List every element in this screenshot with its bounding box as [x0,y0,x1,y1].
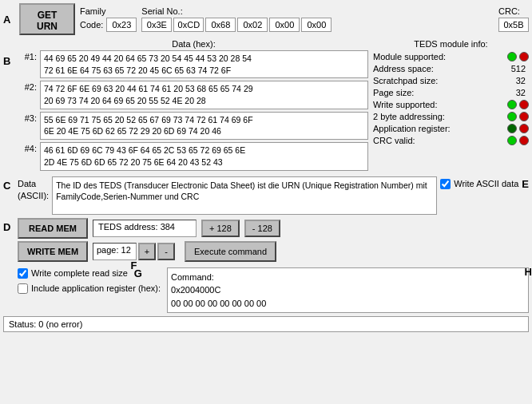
led-module-red [519,52,529,61]
include-app-label: Include application register (hex): [31,283,161,293]
label-f: F [131,259,137,271]
hex-data-row-1: 44 69 65 20 49 44 20 64 65 73 20 54 45 4… [40,50,368,78]
get-urn-button[interactable]: GET URN [19,3,75,35]
led-write-green [507,100,517,109]
execute-button[interactable]: Execute command [185,241,276,262]
teds-crc-leds [507,136,529,145]
plus-128-button[interactable]: + 128 [201,220,240,237]
led-2byte-red [519,112,529,121]
serial-box-1[interactable]: 0xCD [173,18,204,32]
label-b: B [3,39,14,173]
led-write-red [519,100,529,109]
ascii-label: Data (ASCII): [18,176,49,203]
write-complete-checkbox[interactable] [18,268,28,279]
teds-write-leds [507,100,529,109]
teds-appreg-label: Application register: [373,124,507,133]
crc-label: CRC: [498,6,520,16]
teds-module-label: Module supported: [373,52,507,61]
teds-pagesize-label: Page size: [373,88,502,97]
led-crc-green [507,136,517,145]
teds-module-leds [507,52,529,61]
teds-appreg-leds [507,124,529,133]
teds-row-module: Module supported: [373,52,529,61]
teds-title: TEDS module info: [373,39,529,49]
teds-scratchpad-label: Scratchpad size: [373,76,502,85]
teds-row-write: Write supported: [373,100,529,109]
label-d: D [3,218,14,233]
include-app-row: Include application register (hex): [18,283,161,294]
teds-address-label: Address space: [373,64,502,73]
read-mem-button[interactable]: READ MEM [18,218,88,239]
write-complete-row: Write complete read size G [18,267,161,279]
teds-2byte-label: 2 byte addressing: [373,112,507,121]
serial-boxes: 0x3E 0xCD 0x68 0x02 0x00 0x00 [141,18,494,32]
led-module-green [507,52,517,61]
label-e: E [522,178,529,190]
teds-pagesize-value: 32 [502,88,526,97]
label-a: A [3,14,14,26]
teds-crc-label: CRC valid: [373,136,507,145]
command-data: 00 00 00 00 00 00 00 00 [171,299,266,308]
teds-row-scratchpad: Scratchpad size: 32 [373,76,529,85]
teds-write-label: Write supported: [373,100,507,109]
code-label: Code: [80,20,103,30]
teds-2byte-leds [507,112,529,121]
row-4-label: #4: [19,142,37,153]
page-display[interactable]: page: 12 [93,243,137,260]
serial-box-3[interactable]: 0x02 [237,18,268,32]
teds-row-appreg: Application register: [373,124,529,133]
write-ascii-checkbox[interactable] [440,179,451,189]
page-minus-button[interactable]: - [157,243,175,260]
teds-row-pagesize: Page size: 32 [373,88,529,97]
write-ascii-label: Write ASCII data [454,179,518,188]
serial-box-4[interactable]: 0x00 [269,18,300,32]
ascii-text-box: The ID des TEDS (Transducer Electronic D… [52,176,437,215]
status-bar: Status: 0 (no error) [3,316,529,332]
row-3-label: #3: [19,112,37,123]
write-complete-label: Write complete read size [31,268,128,278]
minus-128-button[interactable]: - 128 [244,220,280,237]
teds-address-value: 512 [502,64,526,73]
serial-box-0[interactable]: 0x3E [141,18,172,32]
family-label: Family [80,6,105,16]
serial-box-5[interactable]: 0x00 [301,18,332,32]
data-hex-panel: Data (hex): #1: 44 69 65 20 49 44 20 64 … [19,39,368,173]
teds-panel: TEDS module info: Module supported: Addr… [373,39,529,173]
row-2-label: #2: [19,81,37,92]
serial-box-2[interactable]: 0x68 [205,18,236,32]
teds-scratchpad-value: 32 [502,76,526,85]
teds-row-2byte: 2 byte addressing: [373,112,529,121]
write-ascii-group: Write ASCII data E [440,176,529,190]
serial-label: Serial No.: [141,6,494,16]
led-2byte-green [507,112,517,121]
data-hex-title: Data (hex): [19,39,368,49]
teds-row-address: Address space: 512 [373,64,529,73]
command-box: Command: 0x2004000C 00 00 00 00 00 00 00… [167,267,529,314]
led-crc-red [519,136,529,145]
page-plus-button[interactable]: + [138,243,156,260]
hex-data-row-3: 55 6E 69 71 75 65 20 52 65 67 69 73 74 7… [40,112,368,140]
command-label: Command: [171,272,214,282]
hex-data-row-2: 74 72 6F 6E 69 63 20 44 61 74 61 20 53 6… [40,81,368,109]
command-value: 0x2004000C [171,285,220,295]
include-app-checkbox[interactable] [18,283,28,294]
led-appreg-red [519,124,529,133]
row-1-label: #1: [19,50,37,61]
label-c: C [3,176,14,192]
write-mem-button[interactable]: WRITE MEM [18,241,88,262]
led-appreg-darkgreen [507,124,517,133]
hex-data-row-4: 46 61 6D 69 6C 79 43 6F 64 65 2C 53 65 7… [40,142,368,170]
family-code-box[interactable]: 0x23 [106,18,137,32]
crc-box[interactable]: 0x5B [498,18,529,32]
label-h: H [525,266,532,278]
teds-row-crc: CRC valid: [373,136,529,145]
teds-address-display: TEDS address: 384 [93,220,197,237]
